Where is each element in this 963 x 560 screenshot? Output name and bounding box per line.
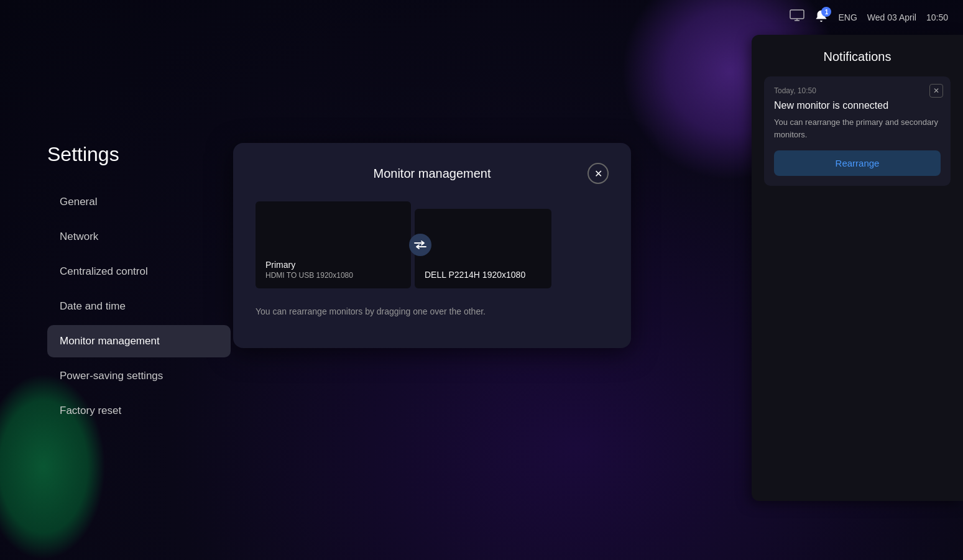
primary-monitor-label: Primary	[265, 260, 401, 270]
rearrange-button[interactable]: Rearrange	[774, 150, 941, 176]
modal-title: Monitor management	[277, 167, 587, 181]
svg-rect-0	[790, 10, 804, 19]
sidebar-item-general[interactable]: General	[47, 186, 231, 218]
settings-menu: General Network Centralized control Date…	[47, 186, 231, 427]
bell-button[interactable]: 1	[814, 9, 828, 25]
settings-title: Settings	[47, 143, 231, 166]
modal-monitor-management: Monitor management ✕ Primary HDMI TO USB…	[233, 143, 631, 348]
primary-monitor-sublabel: HDMI TO USB 1920x1080	[265, 271, 401, 280]
topbar: 1 ENG Wed 03 April 10:50	[0, 0, 963, 35]
monitors-container: Primary HDMI TO USB 1920x1080 DELL P2214…	[256, 201, 609, 288]
modal-header: Monitor management ✕	[256, 163, 609, 184]
modal-close-button[interactable]: ✕	[587, 163, 609, 184]
notification-card: ✕ Today, 10:50 New monitor is connected …	[764, 76, 951, 186]
language-selector[interactable]: ENG	[838, 12, 857, 22]
swap-monitors-icon[interactable]	[409, 234, 431, 256]
sidebar-item-factory-reset[interactable]: Factory reset	[47, 395, 231, 427]
topbar-time: 10:50	[926, 12, 948, 22]
sidebar-item-power-saving-settings[interactable]: Power-saving settings	[47, 360, 231, 392]
topbar-date: Wed 03 April	[867, 12, 916, 22]
sidebar-item-centralized-control[interactable]: Centralized control	[47, 255, 231, 288]
sidebar-item-monitor-management[interactable]: Monitor management	[47, 325, 231, 357]
bell-badge: 1	[821, 7, 831, 17]
secondary-monitor[interactable]: DELL P2214H 1920x1080	[415, 209, 551, 288]
notifications-title: Notifications	[764, 50, 951, 64]
notification-body: You can rearrange the primary and second…	[774, 116, 941, 140]
settings-panel: Settings General Network Centralized con…	[47, 143, 231, 429]
sidebar-item-date-and-time[interactable]: Date and time	[47, 290, 231, 323]
sidebar-item-network[interactable]: Network	[47, 221, 231, 253]
notification-title: New monitor is connected	[774, 100, 941, 111]
notification-close-button[interactable]: ✕	[929, 84, 943, 98]
modal-hint: You can rearrange monitors by dragging o…	[256, 306, 609, 318]
display-icon[interactable]	[790, 9, 804, 25]
notification-time: Today, 10:50	[774, 86, 941, 95]
primary-monitor[interactable]: Primary HDMI TO USB 1920x1080	[256, 201, 411, 288]
secondary-monitor-label: DELL P2214H 1920x1080	[425, 270, 541, 280]
notifications-panel: Notifications ✕ Today, 10:50 New monitor…	[752, 35, 963, 501]
